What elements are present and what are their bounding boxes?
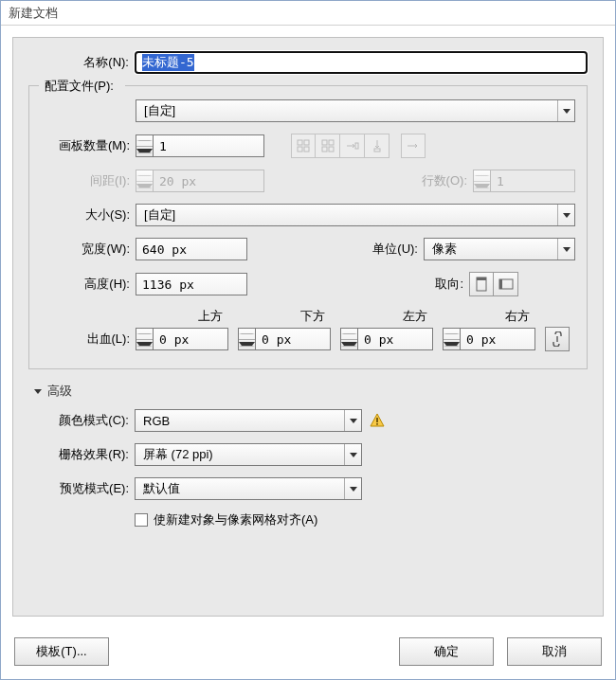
preview-label: 预览模式(E):: [28, 480, 135, 497]
units-combo[interactable]: 像素: [424, 238, 575, 260]
raster-label: 栅格效果(R):: [28, 446, 135, 463]
arrange-iconset: [291, 134, 390, 158]
raster-value: 屏幕 (72 ppi): [143, 446, 213, 463]
profile-value: [自定]: [144, 102, 175, 119]
profile-group: 配置文件(P): [自定] 画板数量(M):: [28, 85, 588, 369]
svg-rect-7: [329, 147, 334, 152]
name-input[interactable]: [135, 51, 588, 74]
colormode-label: 颜色模式(C):: [28, 412, 135, 429]
svg-rect-3: [304, 147, 309, 152]
svg-rect-1: [304, 140, 309, 145]
svg-rect-2: [298, 147, 302, 152]
colormode-value: RGB: [143, 414, 170, 428]
chevron-down-icon: [344, 478, 361, 499]
height-label: 高度(H):: [41, 276, 136, 293]
height-input[interactable]: [136, 273, 247, 295]
chevron-down-icon: [557, 205, 574, 225]
arrange-grid-row-icon[interactable]: [291, 134, 316, 158]
warning-icon: [370, 413, 385, 428]
artboards-stepper[interactable]: [136, 134, 153, 157]
raster-combo[interactable]: 屏幕 (72 ppi): [135, 443, 362, 466]
bleed-left-input[interactable]: [357, 328, 433, 350]
bleed-top-label: 上方: [136, 308, 228, 325]
window-title: 新建文档: [1, 1, 615, 26]
ok-button[interactable]: 确定: [399, 637, 494, 666]
bleed-bottom-label: 下方: [238, 308, 331, 325]
pixel-align-label: 使新建对象与像素网格对齐(A): [154, 511, 317, 528]
arrange-col-icon[interactable]: [365, 134, 390, 158]
cancel-button[interactable]: 取消: [507, 637, 602, 666]
orientation-portrait-icon[interactable]: [469, 272, 494, 296]
arrange-rtl-icon[interactable]: [401, 134, 426, 158]
colormode-combo[interactable]: RGB: [135, 409, 362, 432]
bleed-link-icon[interactable]: [545, 327, 570, 351]
spacing-stepper: [136, 170, 153, 192]
units-label: 单位(U):: [348, 241, 424, 258]
profile-label: 配置文件(P):: [45, 79, 119, 93]
svg-rect-4: [322, 140, 327, 145]
templates-button[interactable]: 模板(T)...: [14, 637, 109, 666]
svg-rect-14: [376, 418, 378, 422]
profile-combo[interactable]: [自定]: [136, 99, 575, 122]
size-value: [自定]: [144, 206, 175, 224]
preview-combo[interactable]: 默认值: [135, 477, 362, 500]
svg-rect-0: [298, 140, 302, 145]
advanced-title: 高级: [47, 383, 72, 400]
chevron-down-icon: [344, 444, 361, 465]
size-combo[interactable]: [自定]: [136, 204, 575, 226]
arrange-row-icon[interactable]: [340, 134, 365, 158]
bleed-right-stepper[interactable]: [443, 328, 460, 350]
svg-rect-13: [499, 279, 502, 289]
bleed-label: 出血(L):: [41, 331, 136, 348]
spacing-input: [153, 170, 264, 192]
chevron-down-icon: [344, 410, 361, 431]
button-bar: 模板(T)... 确定 取消: [1, 628, 615, 679]
svg-rect-8: [355, 143, 358, 149]
size-label: 大小(S):: [41, 206, 136, 224]
bleed-right-label: 右方: [443, 308, 535, 325]
bleed-top-input[interactable]: [153, 328, 228, 350]
orientation-set: [469, 272, 518, 296]
content-panel: 名称(N): 配置文件(P): [自定] 画板数量(M):: [12, 37, 604, 617]
svg-rect-6: [322, 147, 327, 152]
svg-rect-5: [329, 140, 334, 145]
svg-rect-9: [374, 149, 380, 152]
arrange-grid-col-icon[interactable]: [316, 134, 340, 158]
chevron-down-icon: [34, 389, 42, 394]
rows-label: 行数(O):: [397, 172, 473, 189]
orientation-landscape-icon[interactable]: [494, 272, 518, 296]
preview-value: 默认值: [143, 480, 180, 497]
bleed-right-input[interactable]: [460, 328, 535, 350]
bleed-left-label: 左方: [340, 308, 433, 325]
orientation-label: 取向:: [422, 276, 469, 293]
new-document-dialog: 新建文档 名称(N): 配置文件(P): [自定] 画板数量(M):: [0, 0, 616, 680]
rows-input: [490, 170, 575, 192]
chevron-down-icon: [557, 239, 574, 259]
width-label: 宽度(W):: [41, 241, 136, 258]
artboards-label: 画板数量(M):: [41, 137, 136, 154]
bleed-top-stepper[interactable]: [136, 328, 153, 350]
chevron-down-icon: [557, 100, 574, 121]
svg-rect-15: [376, 423, 378, 425]
spacing-label: 间距(I):: [41, 172, 136, 189]
bleed-left-stepper[interactable]: [340, 328, 357, 350]
bleed-bottom-input[interactable]: [255, 328, 331, 350]
bleed-bottom-stepper[interactable]: [238, 328, 255, 350]
rows-stepper: [473, 170, 490, 192]
pixel-align-checkbox[interactable]: 使新建对象与像素网格对齐(A): [135, 511, 317, 528]
width-input[interactable]: [136, 238, 247, 260]
units-value: 像素: [432, 241, 457, 258]
checkbox-icon: [135, 513, 148, 527]
name-label: 名称(N):: [28, 54, 135, 71]
artboards-input[interactable]: [153, 134, 264, 157]
advanced-disclosure[interactable]: 高级: [34, 383, 588, 400]
svg-rect-11: [477, 277, 486, 280]
